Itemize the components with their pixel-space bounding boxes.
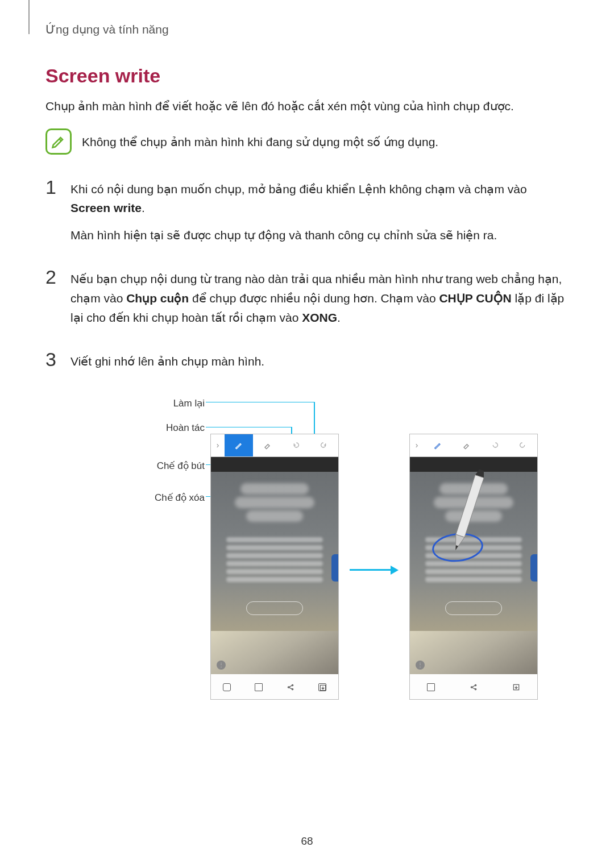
step-2: 2 Nếu bạn chụp nội dung từ trang nào dàn… <box>45 267 569 335</box>
note-text: Không thể chụp ảnh màn hình khi đang sử … <box>82 128 438 152</box>
margin-rule <box>28 0 30 34</box>
eraser-tool <box>452 434 480 456</box>
phone-screenshot-left: › <box>210 434 339 700</box>
page-number: 68 <box>0 835 614 848</box>
share-action <box>470 683 478 691</box>
photo-area: ⋮ <box>211 631 338 674</box>
undo-tool <box>480 434 509 456</box>
intro-text: Chụp ảnh màn hình để viết hoặc vẽ lên đó… <box>45 97 569 116</box>
step-number: 1 <box>45 177 61 253</box>
step-1-line-1: Khi có nội dung bạn muốn chụp, mở bảng đ… <box>70 180 569 218</box>
step-2-text-d: . <box>337 311 341 324</box>
dark-bar <box>211 457 338 472</box>
save-action <box>512 683 520 691</box>
menu-dot-icon: ⋮ <box>217 661 226 670</box>
chevron-right-icon: › <box>211 441 225 450</box>
bottom-action-bar <box>211 674 338 700</box>
undo-tool <box>281 434 310 456</box>
redo-tool <box>509 434 537 456</box>
callout-line <box>206 427 291 428</box>
edit-toolbar: › <box>211 434 338 457</box>
menu-dot-icon: ⋮ <box>416 661 425 670</box>
step-1-text-a: Khi có nội dung bạn muốn chụp, mở bảng đ… <box>70 182 527 196</box>
bottom-action-bar <box>410 674 537 700</box>
breadcrumb: Ứng dụng và tính năng <box>45 23 569 36</box>
step-1-text-b: . <box>142 201 145 214</box>
callout-erase-mode: Chế độ xóa <box>155 492 205 504</box>
step-3: 3 Viết ghi nhớ lên ảnh chụp màn hình. <box>45 350 569 379</box>
blurred-content <box>211 472 338 631</box>
callout-undo: Hoàn tác <box>166 422 205 434</box>
page-title: Screen write <box>45 65 569 87</box>
outline-button <box>246 601 303 615</box>
crop-action <box>255 683 263 691</box>
callout-pen-mode: Chế độ bút <box>157 460 205 472</box>
save-action <box>318 683 326 691</box>
svg-marker-10 <box>451 534 464 551</box>
step-2-bold-b: CHỤP CUỘN <box>439 292 511 305</box>
step-3-text: Viết ghi nhớ lên ảnh chụp màn hình. <box>70 352 264 371</box>
edge-panel-tab <box>530 554 538 582</box>
pen-tool <box>225 434 253 456</box>
step-1-line-2: Màn hình hiện tại sẽ được chụp tự động v… <box>70 226 569 245</box>
edge-panel-tab <box>331 554 339 582</box>
arrow-right-icon <box>350 564 399 576</box>
callout-redo: Làm lại <box>173 397 205 409</box>
callout-line <box>206 402 314 403</box>
step-1: 1 Khi có nội dung bạn muốn chụp, mở bảng… <box>45 177 569 253</box>
redo-tool <box>310 434 338 456</box>
step-number: 2 <box>45 267 61 335</box>
crop-action <box>427 683 435 691</box>
share-action <box>287 683 294 691</box>
step-1-bold-a: Screen write <box>70 201 142 214</box>
figure-area: Làm lại Hoàn tác Chế độ bút Chế độ xóa › <box>45 394 569 712</box>
eraser-tool <box>253 434 281 456</box>
scroll-capture-action <box>223 683 231 691</box>
pen-tool <box>424 434 452 456</box>
note-block: Không thể chụp ảnh màn hình khi đang sử … <box>45 128 569 155</box>
photo-area: ⋮ <box>410 631 537 674</box>
step-2-bold-a: Chụp cuộn <box>126 292 189 305</box>
step-2-text-b: để chụp được nhiều nội dung hơn. Chạm và… <box>189 292 439 305</box>
edit-toolbar: › <box>410 434 537 457</box>
step-2-bold-c: XONG <box>302 311 337 324</box>
outline-button <box>445 601 502 615</box>
step-number: 3 <box>45 350 61 379</box>
chevron-right-icon: › <box>410 441 424 450</box>
note-icon <box>45 128 72 155</box>
step-2-text: Nếu bạn chụp nội dung từ trang nào dàn t… <box>70 269 569 327</box>
